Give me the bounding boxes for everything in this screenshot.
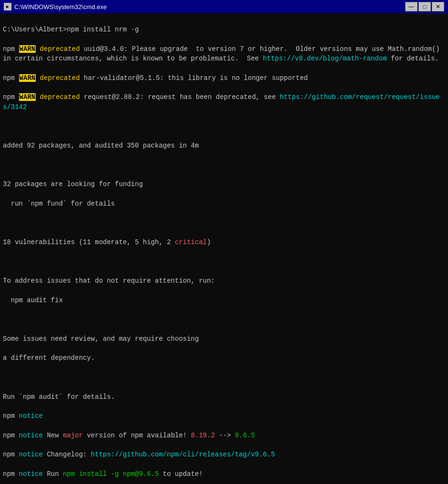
terminal-line: a different dependency. [3, 353, 445, 363]
titlebar-title: C:\WINDOWS\system32\cmd.exe [14, 3, 405, 10]
terminal-line: npm notice New major version of npm avai… [3, 431, 445, 440]
terminal-line: run `npm fund` for details [3, 199, 445, 208]
terminal-line: Run `npm audit` for details. [3, 392, 445, 402]
terminal-line: npm audit fix [3, 296, 445, 305]
terminal-line: npm WARN deprecated uuid@3.4.0: Please u… [3, 44, 445, 64]
terminal-line [3, 160, 445, 169]
terminal-line: Some issues need review, and may require… [3, 334, 445, 344]
terminal-line: 32 packages are looking for funding [3, 179, 445, 189]
terminal-line: npm notice Run npm install -g npm@9.6.5 … [3, 469, 445, 479]
titlebar: ▶ C:\WINDOWS\system32\cmd.exe — □ ✕ [0, 0, 448, 13]
titlebar-icon: ▶ [4, 3, 11, 10]
terminal-line: To address issues that do not require at… [3, 276, 445, 286]
titlebar-buttons: — □ ✕ [405, 2, 444, 11]
terminal-line [3, 121, 445, 131]
terminal-body[interactable]: C:\Users\Albert>npm install nrm -g npm W… [0, 13, 448, 484]
terminal-line [3, 373, 445, 382]
terminal-line: added 92 packages, and audited 350 packa… [3, 141, 445, 150]
terminal-line: npm WARN deprecated har-validator@5.1.5:… [3, 73, 445, 83]
close-button[interactable]: ✕ [432, 2, 444, 11]
terminal-line [3, 257, 445, 266]
terminal-line: 18 vulnerabilities (11 moderate, 5 high,… [3, 237, 445, 247]
maximize-button[interactable]: □ [418, 2, 431, 11]
terminal-line: C:\Users\Albert>npm install nrm -g [3, 25, 445, 34]
window: ▶ C:\WINDOWS\system32\cmd.exe — □ ✕ C:\U… [0, 0, 448, 484]
terminal-line: npm WARN deprecated request@2.88.2: requ… [3, 92, 445, 112]
terminal-line: npm notice Changelog: https://github.com… [3, 450, 445, 459]
minimize-button[interactable]: — [405, 2, 418, 11]
terminal-line [3, 218, 445, 227]
terminal-line [3, 315, 445, 324]
terminal-line: npm notice [3, 411, 445, 421]
